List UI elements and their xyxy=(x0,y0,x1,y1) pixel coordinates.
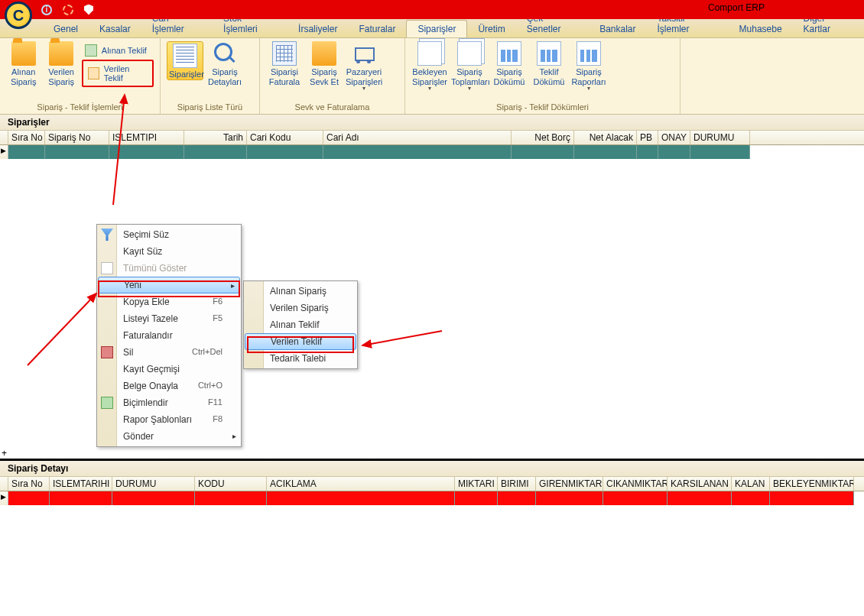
svg-line-1 xyxy=(28,293,96,365)
tab-uretim[interactable]: Üretim xyxy=(467,21,515,37)
info-icon[interactable]: i xyxy=(41,5,52,15)
grid2-empty-row[interactable] xyxy=(0,491,864,505)
stack-icon xyxy=(457,41,482,66)
tab-bankalar[interactable]: Bankalar xyxy=(589,21,646,37)
col-durumu[interactable]: DURUMU xyxy=(690,131,750,144)
main-menu: Genel Kasalar Cari İşlemler Stok İşlemle… xyxy=(0,19,864,38)
ribbon-group-dokumler: Bekleyen Siparişler Sipariş Toplamları S… xyxy=(405,38,680,114)
shield-icon[interactable] xyxy=(84,5,93,15)
app-title: Comport ERP xyxy=(708,2,765,13)
app-logo: C xyxy=(5,2,32,29)
tab-siparisler[interactable]: Siparişler xyxy=(406,20,467,37)
col2-bekleyenmiktar[interactable]: BEKLEYENMIKTAR xyxy=(770,477,854,491)
row-indicator-icon xyxy=(0,491,8,505)
ctx-belge-onayla[interactable]: Belge OnaylaCtrl+O xyxy=(97,378,241,394)
report-icon xyxy=(497,41,521,66)
alinan-teklif-button[interactable]: Alınan Teklif xyxy=(82,43,154,58)
report-icon xyxy=(537,41,561,66)
col-tarih[interactable]: Tarih xyxy=(184,131,247,144)
ribbon-group-liste-turu: Siparişler Sipariş Detayları Sipariş Lis… xyxy=(161,38,260,114)
alinan-siparis-button[interactable]: Alınan Sipariş xyxy=(6,41,41,86)
ctx-listeyi-tazele[interactable]: Listeyi TazeleF5 xyxy=(97,310,241,327)
ctx-tumunu-goster: Tümünü Göster xyxy=(97,260,241,277)
siparis-raporlari-button[interactable]: Sipariş Raporları xyxy=(570,41,607,92)
list-icon xyxy=(173,44,197,68)
submenu-arrow-icon: ▸ xyxy=(231,281,235,290)
col2-karsilanan[interactable]: KARSILANAN xyxy=(667,477,732,491)
filter-icon xyxy=(101,229,113,241)
titlebar-icons: i xyxy=(41,5,93,15)
bekleyen-siparisler-button[interactable]: Bekleyen Siparişler xyxy=(411,41,448,92)
ctx-kayit-gecmisi[interactable]: Kayıt Geçmişi xyxy=(97,361,241,378)
col2-kodu[interactable]: KODU xyxy=(195,477,267,491)
teklif-out-icon xyxy=(88,67,99,79)
col2-islemtarihi[interactable]: ISLEMTARIHI xyxy=(50,477,112,491)
sub-alinan-siparis[interactable]: Alınan Sipariş xyxy=(244,283,357,300)
ctx-rapor-sablonlari[interactable]: Rapor ŞablonlarıF8 xyxy=(97,411,241,428)
siparisler-list-button[interactable]: Siparişler xyxy=(167,41,203,80)
grid1-empty-row[interactable] xyxy=(0,145,864,159)
grid2-header: Sıra No ISLEMTARIHI DURUMU KODU ACIKLAMA… xyxy=(0,477,864,491)
section-detay-header: Sipariş Detayı xyxy=(0,461,864,477)
col2-girenmiktar[interactable]: GIRENMIKTAR xyxy=(536,477,603,491)
col-cari-kodu[interactable]: Cari Kodu xyxy=(247,131,323,144)
annotation-arrow xyxy=(358,327,450,358)
ctx-bicimlendir[interactable]: BiçimlendirF11 xyxy=(97,394,241,411)
teklif-dokumu-button[interactable]: Teklif Dökümü xyxy=(531,41,567,86)
sub-verilen-teklif[interactable]: Verilen Teklif xyxy=(245,333,356,350)
tab-faturalar[interactable]: Faturalar xyxy=(348,21,406,37)
col2-birimi[interactable]: BIRIMI xyxy=(498,477,536,491)
col2-aciklama[interactable]: ACIKLAMA xyxy=(267,477,455,491)
ctx-faturalandir[interactable]: Faturalandır xyxy=(97,327,241,344)
tab-genel[interactable]: Genel xyxy=(43,21,89,37)
group-caption: Sipariş Liste Türü xyxy=(167,101,253,114)
sub-tedarik-talebi[interactable]: Tedarik Talebi xyxy=(244,350,357,367)
ctx-yeni[interactable]: Yeni▸ xyxy=(98,277,240,293)
siparis-toplamlari-button[interactable]: Sipariş Toplamları xyxy=(451,41,488,92)
siparisi-faturala-button[interactable]: Siparişi Faturala xyxy=(266,41,303,86)
siparis-detaylari-button[interactable]: Sipariş Detayları xyxy=(206,41,243,86)
tab-muhasebe[interactable]: Muhasebe xyxy=(729,21,793,37)
ctx-sil[interactable]: SilCtrl+Del xyxy=(97,344,241,361)
truck-icon xyxy=(312,41,336,66)
ctx-gonder[interactable]: Gönder▸ xyxy=(97,428,241,445)
col-cari-adi[interactable]: Cari Adı xyxy=(323,131,512,144)
row-indicator-icon xyxy=(0,145,8,159)
col-siparis-no[interactable]: Sipariş No xyxy=(45,131,109,144)
settings-icon[interactable] xyxy=(63,5,73,15)
pazaryeri-button[interactable]: Pazaryeri Siparişleri xyxy=(346,41,382,92)
context-menu: Seçimi Süz Kayıt Süz Tümünü Göster Yeni▸… xyxy=(96,224,242,447)
col2-sira-no[interactable]: Sıra No xyxy=(8,477,50,491)
sub-alinan-teklif[interactable]: Alınan Teklif xyxy=(244,316,357,333)
group-caption: Sevk ve Faturalama xyxy=(266,101,398,114)
ctx-kopya-ekle[interactable]: Kopya EkleF6 xyxy=(97,293,241,310)
tab-kasalar[interactable]: Kasalar xyxy=(89,21,141,37)
add-row-icon[interactable]: + xyxy=(2,448,7,459)
invoice-icon xyxy=(272,41,297,66)
col-onay[interactable]: ONAY xyxy=(658,131,690,144)
sub-verilen-siparis[interactable]: Verilen Sipariş xyxy=(244,300,357,316)
col2-durumu[interactable]: DURUMU xyxy=(112,477,195,491)
col-sira-no[interactable]: Sıra No xyxy=(8,131,45,144)
col-net-borc[interactable]: Net Borç xyxy=(512,131,574,144)
svg-line-2 xyxy=(362,331,442,345)
tab-irsaliyeler[interactable]: İrsaliyeler xyxy=(287,21,348,37)
doc-icon xyxy=(101,262,113,274)
siparis-dokumu-button[interactable]: Sipariş Dökümü xyxy=(491,41,528,86)
verilen-siparis-button[interactable]: Verilen Sipariş xyxy=(44,41,78,86)
stack-icon xyxy=(417,41,442,66)
siparis-sevket-button[interactable]: Sipariş Sevk Et xyxy=(306,41,343,86)
ribbon: Alınan Sipariş Verilen Sipariş Alınan Te… xyxy=(0,38,864,115)
ctx-secimi-suz[interactable]: Seçimi Süz xyxy=(97,226,241,243)
col-net-alacak[interactable]: Net Alacak xyxy=(574,131,637,144)
row-selector-col xyxy=(0,477,8,491)
col2-kalan[interactable]: KALAN xyxy=(732,477,770,491)
verilen-teklif-button[interactable]: Verilen Teklif xyxy=(82,60,154,87)
col-pb[interactable]: PB xyxy=(637,131,658,144)
group-caption: Sipariş - Teklif İşlemleri xyxy=(6,101,154,114)
ctx-kayit-suz[interactable]: Kayıt Süz xyxy=(97,243,241,260)
col2-cikanmiktar[interactable]: CIKANMIKTAR xyxy=(603,477,667,491)
submenu-arrow-icon: ▸ xyxy=(232,432,236,440)
col2-miktari[interactable]: MIKTARI xyxy=(455,477,498,491)
col-islemtipi[interactable]: ISLEMTIPI xyxy=(109,131,184,144)
